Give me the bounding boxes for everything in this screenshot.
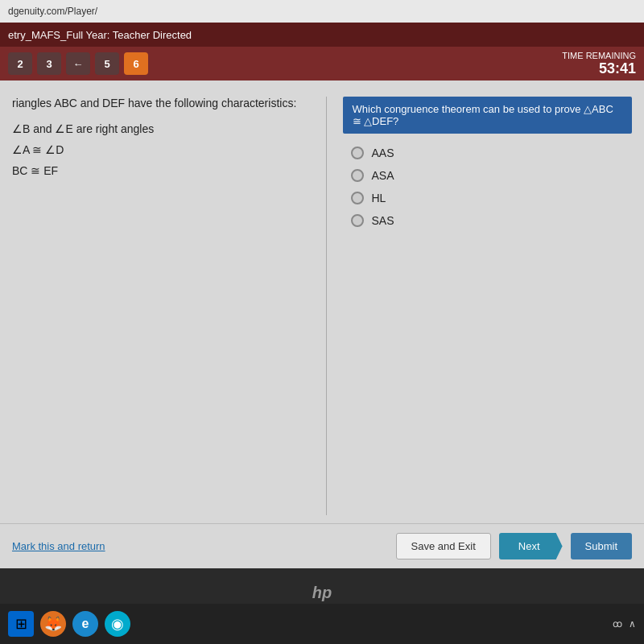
question-prompt: Which congruence theorem can be used to … — [343, 97, 633, 134]
taskbar-caret: ∧ — [629, 618, 636, 630]
left-panel: riangles ABC and DEF have the following … — [12, 97, 310, 515]
option-sas[interactable]: SAS — [351, 214, 633, 227]
characteristic-1: ∠B and ∠E are right angles — [12, 122, 302, 135]
nav-btn-3[interactable]: 3 — [37, 52, 61, 75]
option-hl[interactable]: HL — [351, 192, 633, 204]
nav-bar: 2 3 ← 5 6 TIME REMAINING 53:41 — [0, 47, 644, 80]
hp-logo: hp — [312, 584, 332, 602]
nav-btn-6[interactable]: 6 — [124, 52, 148, 75]
time-remaining-container: TIME REMAINING 53:41 — [562, 51, 636, 77]
footer-area: Mark this and return Save and Exit Next … — [0, 523, 644, 568]
time-remaining-label: TIME REMAINING — [562, 51, 636, 60]
radio-aas[interactable] — [351, 147, 364, 159]
characteristic-2: ∠A ≅ ∠D — [12, 143, 302, 156]
radio-asa[interactable] — [351, 169, 364, 182]
radio-hl[interactable] — [351, 192, 364, 204]
option-asa-label: ASA — [372, 169, 394, 182]
app-header: etry_MAFS_Full Year: Teacher Directed — [0, 23, 644, 47]
taskbar-right: ꝏ ∧ — [613, 618, 636, 630]
option-sas-label: SAS — [372, 214, 394, 227]
nav-btn-2[interactable]: 2 — [8, 52, 32, 75]
main-content: riangles ABC and DEF have the following … — [0, 80, 644, 523]
next-button[interactable]: Next — [499, 533, 563, 559]
vertical-divider — [326, 97, 327, 515]
time-remaining-value: 53:41 — [599, 60, 636, 76]
right-panel: Which congruence theorem can be used to … — [343, 97, 633, 515]
browser-url: dgenuity.com/Player/ — [8, 6, 97, 17]
characteristic-3: BC ≅ EF — [12, 164, 302, 177]
app-title: etry_MAFS_Full Year: Teacher Directed — [8, 29, 192, 41]
ie-taskbar-icon[interactable]: e — [72, 611, 98, 637]
nav-btn-back[interactable]: ← — [66, 52, 90, 75]
submit-button[interactable]: Submit — [571, 533, 632, 559]
browser-bar: dgenuity.com/Player/ — [0, 0, 644, 23]
nav-buttons: 2 3 ← 5 6 — [8, 52, 148, 75]
taskbar-indicator: ꝏ — [613, 618, 622, 630]
edge-taskbar-icon[interactable]: ◉ — [105, 611, 130, 637]
option-aas-label: AAS — [372, 147, 394, 159]
radio-sas[interactable] — [351, 214, 364, 227]
option-asa[interactable]: ASA — [351, 169, 633, 182]
mark-return-link[interactable]: Mark this and return — [12, 540, 105, 552]
answer-options: AAS ASA HL SAS — [343, 147, 633, 227]
intro-text: riangles ABC and DEF have the following … — [12, 97, 302, 109]
option-aas[interactable]: AAS — [351, 147, 633, 159]
option-hl-label: HL — [372, 192, 386, 204]
firefox-taskbar-icon[interactable]: 🦊 — [40, 611, 66, 637]
nav-btn-5[interactable]: 5 — [95, 52, 119, 75]
question-area: riangles ABC and DEF have the following … — [0, 80, 644, 523]
save-exit-button[interactable]: Save and Exit — [396, 533, 491, 559]
windows-taskbar-icon[interactable]: ⊞ — [8, 611, 34, 637]
taskbar: ⊞ 🦊 e ◉ ꝏ ∧ — [0, 604, 644, 644]
footer-buttons: Save and Exit Next Submit — [396, 533, 632, 559]
